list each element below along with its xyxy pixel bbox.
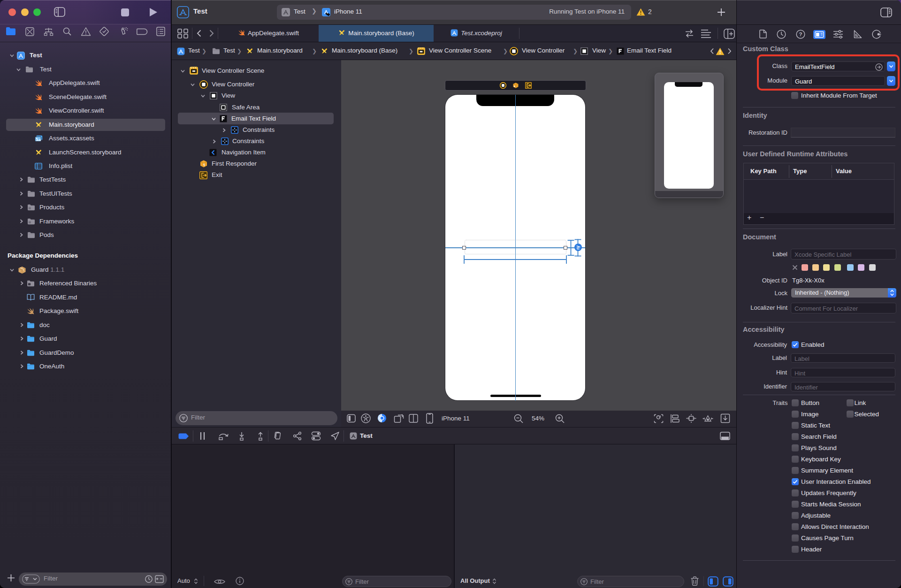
svg-text:?: ?	[799, 31, 802, 37]
